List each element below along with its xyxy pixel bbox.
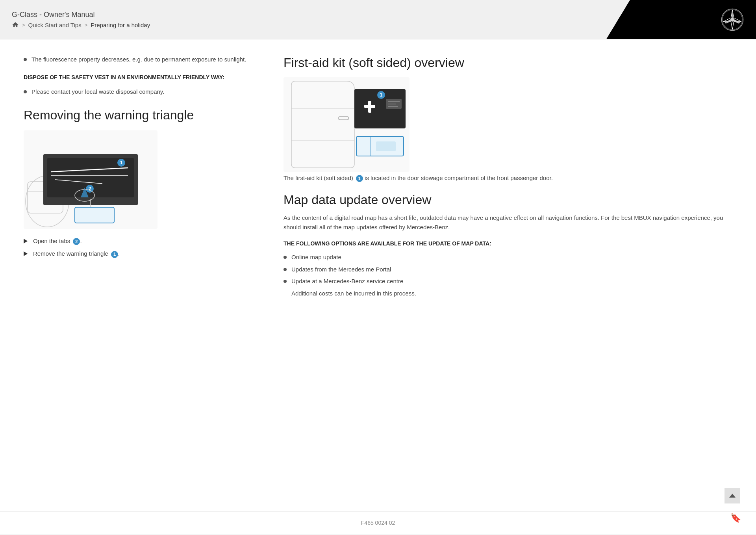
- map-option-3-item: Update at a Mercedes-Benz service centre: [284, 277, 732, 286]
- warning-triangle-title: Removing the warning triangle: [24, 108, 252, 123]
- map-option-1-text: Online map update: [291, 253, 341, 262]
- map-options-heading: THE FOLLOWING OPTIONS ARE AVAILABLE FOR …: [284, 240, 732, 248]
- breadcrumb-current-page: Preparing for a holiday: [91, 22, 150, 28]
- svg-point-6: [731, 18, 734, 21]
- firstaid-svg: 1: [284, 77, 410, 172]
- map-option-2-text: Updates from the Mercedes me Portal: [291, 265, 391, 274]
- arrow-icon-2: [24, 251, 28, 256]
- dispose-heading: DISPOSE OF THE SAFETY VEST IN AN ENVIRON…: [24, 74, 252, 82]
- firstaid-illustration: 1: [284, 77, 732, 173]
- step2-arrow-item: Remove the warning triangle 1.: [24, 249, 252, 258]
- map-option-3-text: Update at a Mercedes-Benz service centre: [291, 277, 403, 286]
- doc-code: F465 0024 02: [361, 520, 395, 526]
- breadcrumb-sep2: >: [85, 22, 88, 28]
- map-option-2-item: Updates from the Mercedes me Portal: [284, 265, 732, 274]
- bullet-dot-1: [24, 58, 27, 61]
- badge-2: 2: [73, 238, 80, 245]
- firstaid-body-text: The first-aid kit (soft sided) 1 is loca…: [284, 173, 732, 183]
- scroll-up-button[interactable]: [724, 488, 740, 503]
- manual-title: G-Class - Owner's Manual: [12, 11, 595, 19]
- mapdata-body-text: As the content of a digital road map has…: [284, 213, 732, 232]
- badge-1: 1: [111, 251, 118, 258]
- main-content: The fluorescence property decreases, e.g…: [0, 39, 756, 511]
- chevron-up-icon: [729, 494, 736, 498]
- svg-rect-21: [75, 207, 114, 223]
- svg-rect-40: [376, 141, 396, 151]
- mercedes-logo: [721, 8, 744, 32]
- warning-triangle-illustration: 1 2: [24, 130, 158, 229]
- footer: F465 0024 02: [0, 511, 756, 534]
- breadcrumb-sep1: >: [22, 22, 25, 28]
- firstaid-badge-1: 1: [356, 175, 363, 182]
- fluorescence-text: The fluorescence property decreases, e.g…: [32, 55, 246, 64]
- breadcrumb: > Quick Start and Tips > Preparing for a…: [12, 21, 595, 28]
- warning-triangle-svg: 1 2: [24, 130, 158, 229]
- bookmark-icon[interactable]: 🔖: [730, 513, 741, 523]
- breadcrumb-home-icon[interactable]: [12, 21, 19, 28]
- firstaid-title: First-aid kit (soft sided) overview: [284, 55, 732, 70]
- map-option-1-item: Online map update: [284, 253, 732, 262]
- map-bullet-dot-1: [284, 256, 287, 259]
- step2-text: Remove the warning triangle 1.: [33, 249, 120, 258]
- dispose-text: Please contact your local waste disposal…: [32, 87, 164, 97]
- left-column: The fluorescence property decreases, e.g…: [24, 55, 252, 496]
- header: G-Class - Owner's Manual > Quick Start a…: [0, 0, 756, 39]
- dispose-bullet: Please contact your local waste disposal…: [24, 87, 252, 97]
- mapdata-title: Map data update overview: [284, 192, 732, 207]
- header-logo-area: [606, 0, 756, 39]
- svg-text:1: 1: [380, 92, 383, 98]
- map-bullet-dot-2: [284, 268, 287, 271]
- step1-arrow-item: Open the tabs 2.: [24, 237, 252, 246]
- bullet-dot-2: [24, 90, 27, 93]
- arrow-icon-1: [24, 239, 28, 243]
- step1-text: Open the tabs 2.: [33, 237, 82, 246]
- svg-text:1: 1: [120, 160, 123, 165]
- fluorescence-bullet: The fluorescence property decreases, e.g…: [24, 55, 252, 64]
- right-column: First-aid kit (soft sided) overview: [284, 55, 732, 496]
- svg-rect-31: [364, 105, 375, 108]
- map-bullet-dot-3: [284, 280, 287, 283]
- breadcrumb-quick-start[interactable]: Quick Start and Tips: [28, 22, 82, 28]
- header-text-area: G-Class - Owner's Manual > Quick Start a…: [0, 0, 606, 39]
- additional-cost-text: Additional costs can be incurred in this…: [291, 289, 732, 298]
